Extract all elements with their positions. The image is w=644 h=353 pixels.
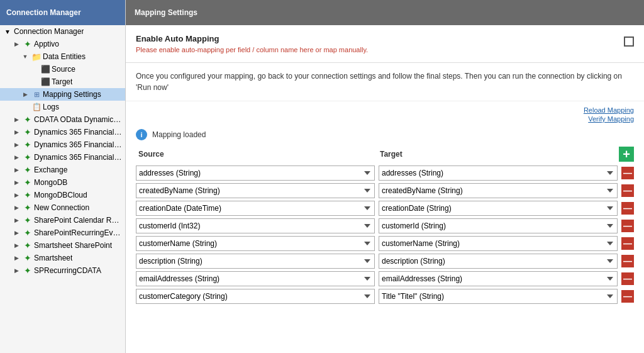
target-select-2[interactable]: creationDate (String) — [379, 201, 618, 216]
delete-mapping-button-4[interactable]: — — [621, 237, 634, 250]
sidebar-item-source[interactable]: ⬛Source — [0, 63, 125, 76]
reload-mapping-link[interactable]: Reload Mapping — [584, 106, 634, 114]
delete-mapping-button-5[interactable]: — — [621, 255, 634, 267]
sidebar-item-mongodb[interactable]: ▶✦MongoDB — [0, 176, 125, 189]
info-text: Once you configured your mapping, go bac… — [136, 72, 622, 92]
sidebar-item-label: SharePoint Calendar Recu... — [34, 216, 123, 225]
sidebar-item-label: Dynamics 365 Financial Op... — [34, 153, 123, 162]
expand-icon: ▶ — [11, 228, 21, 238]
mapping-row: createdByName (String)createdByName (Str… — [136, 183, 634, 198]
add-mapping-button[interactable]: + — [619, 147, 634, 162]
star-icon: ✦ — [23, 165, 33, 175]
sidebar-item-label: New Connection — [34, 203, 89, 212]
source-select-7[interactable]: customerCategory (String) — [136, 289, 375, 304]
spacer-icon — [29, 64, 39, 74]
mapping-row: description (String)description (String)… — [136, 254, 634, 269]
info-icon: i — [136, 129, 147, 140]
target-select-3[interactable]: customerId (String) — [379, 218, 618, 233]
auto-mapping-text: Enable Auto Mapping Please enable auto-m… — [136, 34, 611, 53]
verify-mapping-link[interactable]: Verify Mapping — [588, 115, 634, 123]
auto-mapping-checkbox[interactable] — [624, 36, 634, 47]
auto-mapping-checkbox-area[interactable] — [624, 34, 634, 47]
expand-icon: ▶ — [11, 203, 21, 213]
star-icon: ✦ — [23, 215, 33, 225]
sidebar-item-label: Source — [52, 65, 75, 74]
sidebar-item-dynamics-365-1[interactable]: ▶✦Dynamics 365 Financial Op... — [0, 126, 125, 138]
sidebar-item-sharepoint-calendar[interactable]: ▶✦SharePoint Calendar Recu... — [0, 214, 125, 227]
expand-icon: ▶ — [11, 152, 21, 162]
spacer-icon — [29, 77, 39, 87]
sidebar-title: Connection Manager — [6, 8, 81, 17]
sidebar-item-label: Smartsheet SharePoint — [34, 241, 112, 250]
sidebar-item-dynamics-365-2[interactable]: ▶✦Dynamics 365 Financial Op... — [0, 138, 125, 151]
delete-mapping-button-2[interactable]: — — [621, 202, 634, 215]
sidebar-item-label: Dynamics 365 Financial Op... — [34, 128, 123, 137]
expand-icon: ▶ — [11, 115, 21, 125]
sidebar-item-label: Mapping Settings — [43, 90, 101, 99]
delete-mapping-button-7[interactable]: — — [621, 290, 634, 303]
star-icon: ✦ — [23, 177, 33, 188]
source-select-6[interactable]: emailAddresses (String) — [136, 271, 375, 286]
target-select-7[interactable]: Title "Titel" (String) — [379, 289, 618, 304]
source-select-1[interactable]: createdByName (String) — [136, 183, 375, 198]
sidebar-item-label: Data Entities — [43, 52, 86, 61]
mapping-table-header: Source Target + — [136, 147, 634, 162]
star-icon: ✦ — [23, 253, 33, 263]
delete-mapping-button-1[interactable]: — — [621, 184, 634, 197]
folder-icon: 📁 — [31, 52, 42, 62]
target-column-header: Target — [377, 150, 614, 159]
expand-icon: ▶ — [11, 253, 21, 263]
logs-icon: 📋 — [31, 102, 42, 112]
sidebar-item-new-connection[interactable]: ▶✦New Connection — [0, 201, 125, 214]
target-select-0[interactable]: addresses (String) — [379, 165, 618, 181]
mapping-rows-container: addresses (String)addresses (String)—cre… — [136, 165, 634, 304]
sidebar-item-dynamics-365-3[interactable]: ▶✦Dynamics 365 Financial Op... — [0, 151, 125, 164]
sidebar-item-cdata-odata[interactable]: ▶✦CDATA OData Dynamics 3... — [0, 113, 125, 126]
delete-mapping-button-0[interactable]: — — [621, 167, 634, 179]
star-icon: ✦ — [23, 152, 33, 162]
sidebar-item-connection-manager[interactable]: ▼Connection Manager — [0, 25, 125, 38]
source-select-0[interactable]: addresses (String) — [136, 165, 375, 181]
target-select-4[interactable]: customerName (String) — [379, 236, 618, 251]
expand-icon: ▶ — [11, 165, 21, 175]
sidebar-item-sprecurringcdata[interactable]: ▶✦SPRecurringCDATA — [0, 264, 125, 277]
auto-mapping-section: Enable Auto Mapping Please enable auto-m… — [126, 25, 644, 63]
star-icon: ✦ — [23, 240, 33, 250]
sidebar-item-label: CDATA OData Dynamics 3... — [34, 115, 123, 124]
sidebar-item-exchange[interactable]: ▶✦Exchange — [0, 164, 125, 176]
sidebar-item-apptivo[interactable]: ▶✦Apptivo — [0, 38, 125, 50]
sidebar-item-logs[interactable]: 📋Logs — [0, 101, 125, 113]
mapping-row: customerId (Int32)customerId (String)— — [136, 218, 634, 233]
sidebar-item-target[interactable]: ⬛Target — [0, 76, 125, 88]
source-select-2[interactable]: creationDate (DateTime) — [136, 201, 375, 216]
delete-mapping-button-6[interactable]: — — [621, 272, 634, 285]
mapping-row: creationDate (DateTime)creationDate (Str… — [136, 201, 634, 216]
tree-container: ▼Connection Manager▶✦Apptivo▼📁Data Entit… — [0, 25, 125, 277]
sidebar-item-mapping-settings[interactable]: ▶⊞Mapping Settings — [0, 88, 125, 101]
source-select-5[interactable]: description (String) — [136, 254, 375, 269]
expand-icon: ▶ — [11, 39, 21, 49]
spacer-icon — [20, 102, 30, 112]
main-header: Mapping Settings — [126, 0, 644, 25]
expand-icon: ▶ — [11, 127, 21, 137]
sidebar-item-label: Dynamics 365 Financial Op... — [34, 140, 123, 149]
delete-mapping-button-3[interactable]: — — [621, 220, 634, 232]
sidebar-item-label: SPRecurringCDATA — [34, 266, 101, 275]
source-select-4[interactable]: customerName (String) — [136, 236, 375, 251]
sidebar-item-sharepointrecurring[interactable]: ▶✦SharePointRecurringEvent... — [0, 227, 125, 239]
mapping-row: customerCategory (String)Title "Titel" (… — [136, 289, 634, 304]
target-select-5[interactable]: description (String) — [379, 254, 618, 269]
target-select-6[interactable]: emailAddresses (String) — [379, 271, 618, 286]
source-select-3[interactable]: customerId (Int32) — [136, 218, 375, 233]
file-icon: ⬛ — [40, 77, 50, 87]
sidebar-item-mongodbcloud[interactable]: ▶✦MongoDBCloud — [0, 189, 125, 201]
main-body: Enable Auto Mapping Please enable auto-m… — [126, 25, 644, 353]
sidebar-item-smartsheet-sharepoint[interactable]: ▶✦Smartsheet SharePoint — [0, 239, 125, 252]
star-icon: ✦ — [23, 140, 33, 150]
sidebar-item-smartsheet[interactable]: ▶✦Smartsheet — [0, 252, 125, 264]
mapping-table-area: Source Target + addresses (String)addres… — [126, 144, 644, 317]
star-icon: ✦ — [23, 39, 33, 49]
sidebar-item-data-entities[interactable]: ▼📁Data Entities — [0, 50, 125, 63]
target-select-1[interactable]: createdByName (String) — [379, 183, 618, 198]
sidebar-item-label: MongoDBCloud — [34, 191, 87, 199]
